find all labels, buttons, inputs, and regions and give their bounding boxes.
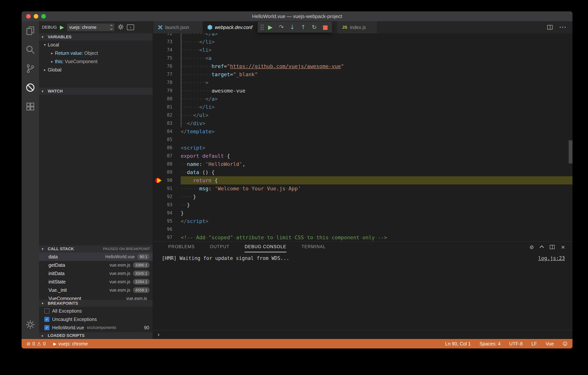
code-line[interactable]: 80········</a> (153, 95, 572, 103)
breakpoint-checkbox[interactable]: ✓ (44, 325, 49, 330)
code-line-content[interactable]: ··········href="https://github.com/vuejs… (181, 62, 572, 70)
tab-launch-json[interactable]: launch.json (153, 21, 203, 33)
tab-problems[interactable]: PROBLEMS (168, 242, 195, 252)
code-line-content[interactable]: } (181, 209, 572, 217)
minimize-window-button[interactable] (34, 14, 38, 19)
step-into-button[interactable]: ↓ (287, 22, 297, 32)
code-line-content[interactable]: ··data·()·{ (181, 168, 572, 176)
restart-button[interactable]: ↻ (309, 22, 319, 32)
debug-console-input[interactable]: › (153, 330, 572, 339)
step-over-button[interactable]: ↷ (276, 22, 286, 32)
line-number[interactable]: 97 (153, 233, 181, 242)
drag-handle-icon[interactable] (260, 22, 264, 32)
code-line-content[interactable]: ··</div> (181, 119, 572, 127)
code-line-content[interactable]: ··········target="_blank" (181, 70, 572, 78)
code-line-content[interactable]: ··········awesome-vue (181, 87, 572, 95)
debug-config-dropdown[interactable]: vuejs: chrome (67, 23, 115, 31)
code-line[interactable]: 88··name:·'HelloWorld', (153, 160, 572, 168)
settings-gear-icon[interactable] (21, 315, 39, 334)
code-line[interactable]: 90····return·{ (153, 176, 572, 185)
code-line-content[interactable]: ····return·{ (181, 176, 572, 185)
search-icon[interactable] (21, 40, 39, 59)
cursor-position-status[interactable]: Ln 90, Col 1 (445, 341, 471, 347)
code-line-content[interactable]: ········</a> (181, 33, 572, 38)
code-line-content[interactable]: ······msg:·'Welcome·to·Your·Vue.js·App' (181, 185, 572, 193)
line-number[interactable]: 91 (153, 185, 181, 193)
language-mode-status[interactable]: Vue (546, 341, 554, 347)
code-line[interactable]: 76··········href="https://github.com/vue… (153, 62, 572, 70)
code-line-content[interactable] (181, 136, 572, 144)
debug-target-status[interactable]: ▶ vuejs: chrome (53, 341, 88, 347)
code-line[interactable]: 74······<li> (153, 46, 572, 54)
code-line-content[interactable]: ··} (181, 201, 572, 209)
code-line-content[interactable]: ······</li> (181, 103, 572, 111)
chevron-right-icon[interactable]: ▸ (51, 51, 55, 55)
line-number[interactable]: 81 (153, 103, 181, 111)
line-number[interactable]: 84 (153, 127, 181, 136)
indentation-status[interactable]: Spaces: 4 (479, 341, 501, 347)
tab-debug-console[interactable]: DEBUG CONSOLE (245, 242, 286, 252)
line-number[interactable]: 92 (153, 193, 181, 201)
breakpoint-row[interactable]: ✓Uncaught Exceptions (39, 315, 153, 323)
split-editor-icon[interactable] (547, 25, 553, 30)
tab-terminal[interactable]: TERMINAL (302, 242, 326, 252)
line-number[interactable]: 75 (153, 54, 181, 62)
code-line[interactable]: 82····</ul> (153, 111, 572, 119)
close-window-button[interactable] (26, 14, 31, 19)
line-number[interactable]: 80 (153, 95, 181, 103)
code-line[interactable]: 96 (153, 225, 572, 233)
more-actions-icon[interactable]: ··· (559, 24, 567, 31)
zoom-window-button[interactable] (41, 14, 46, 19)
explorer-icon[interactable] (21, 21, 39, 40)
line-number[interactable]: 95 (153, 217, 181, 225)
line-number[interactable]: 77 (153, 70, 181, 78)
stop-button[interactable]: ■ (320, 22, 330, 32)
chevron-down-icon[interactable]: ▾ (44, 43, 48, 47)
line-number[interactable]: 88 (153, 160, 181, 168)
start-debug-button[interactable]: ▶ (60, 25, 64, 30)
maximize-panel-icon[interactable] (540, 245, 544, 250)
code-line[interactable]: 73······</li> (153, 38, 572, 46)
code-line[interactable]: 81······</li> (153, 103, 572, 111)
breakpoint-row[interactable]: All Exceptions (39, 307, 153, 315)
code-line[interactable]: 93··} (153, 201, 572, 209)
code-line[interactable]: 77··········target="_blank" (153, 70, 572, 78)
line-number[interactable]: 73 (153, 38, 181, 46)
call-stack-frame[interactable]: dataHelloWorld.vue90:1 (39, 253, 153, 261)
code-line-content[interactable] (181, 225, 572, 233)
code-line[interactable]: 91······msg:·'Welcome·to·Your·Vue.js·App… (153, 185, 572, 193)
close-panel-icon[interactable]: × (561, 244, 565, 250)
watch-section-header[interactable]: ▾ WATCH (39, 88, 153, 95)
code-line[interactable]: 89··data·()·{ (153, 168, 572, 176)
call-stack-frame[interactable]: Vue._initvue.esm.js4558:1 (39, 286, 153, 294)
step-out-button[interactable]: ↑ (298, 22, 308, 32)
code-line-content[interactable]: </template> (181, 127, 572, 136)
breakpoint-checkbox[interactable] (44, 309, 49, 314)
code-line-content[interactable]: ······</li> (181, 38, 572, 46)
line-number[interactable]: 83 (153, 119, 181, 127)
code-line-content[interactable]: ····</ul> (181, 111, 572, 119)
line-number[interactable]: 76 (153, 62, 181, 70)
encoding-status[interactable]: UTF-8 (509, 341, 523, 347)
line-number[interactable]: 86 (153, 144, 181, 152)
code-line[interactable]: 97<!--·Add·"scoped"·attribute·to·limit·C… (153, 233, 572, 242)
line-number[interactable]: 96 (153, 225, 181, 233)
variables-scope-row[interactable]: ▸Global (39, 66, 153, 74)
code-line-content[interactable]: <!--·Add·"scoped"·attribute·to·limit·CSS… (181, 233, 572, 242)
continue-button[interactable]: ▶ (265, 22, 275, 32)
code-line[interactable]: 84</template> (153, 127, 572, 136)
variable-row[interactable]: ▸Return value:Object (39, 49, 153, 57)
line-number[interactable]: 94 (153, 209, 181, 217)
code-line[interactable]: 75········<a (153, 54, 572, 62)
code-line-content[interactable]: </script> (181, 217, 572, 225)
line-number[interactable]: 78 (153, 78, 181, 87)
code-line[interactable]: 72········</a> (153, 33, 572, 38)
line-number[interactable]: 89 (153, 168, 181, 176)
breakpoint-row[interactable]: ✓HelloWorld.vuesrc/components90 (39, 323, 153, 332)
variables-section-header[interactable]: ▾ VARIABLES (39, 33, 153, 41)
split-panel-icon[interactable] (550, 245, 555, 249)
line-number[interactable]: 90 (153, 176, 181, 185)
chevron-right-icon[interactable]: ▸ (51, 59, 55, 64)
code-line[interactable]: 83··</div> (153, 119, 572, 127)
line-number[interactable]: 82 (153, 111, 181, 119)
